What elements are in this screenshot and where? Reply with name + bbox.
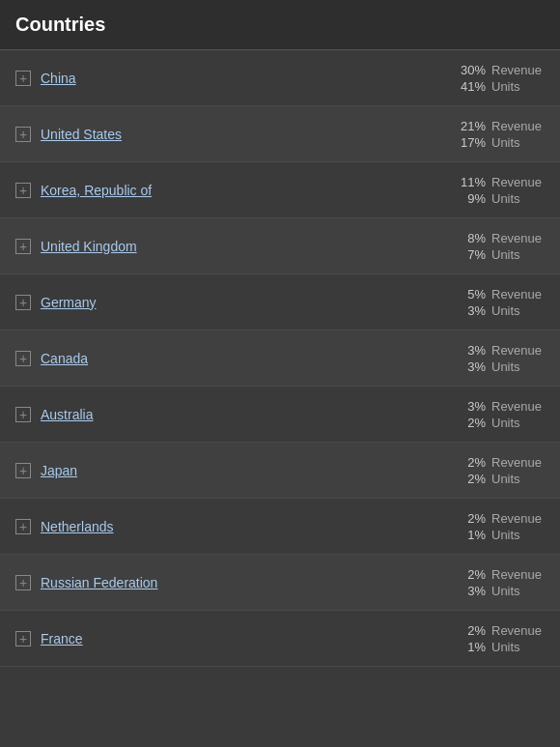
units-percent: 1% [451,528,486,542]
units-percent: 2% [451,472,486,486]
revenue-row: 2% Revenue [451,511,545,526]
units-row: 7% Units [451,247,545,262]
country-name[interactable]: France [41,631,451,646]
revenue-row: 3% Revenue [451,343,545,358]
revenue-row: 3% Revenue [451,399,545,414]
units-row: 3% Units [451,584,545,598]
units-percent: 7% [451,247,486,262]
units-row: 17% Units [451,135,545,150]
list-item: + Netherlands 2% Revenue 1% Units [0,499,560,555]
country-name[interactable]: Canada [41,351,451,366]
countries-panel: Countries + China 30% Revenue 41% Units … [0,0,560,667]
units-label: Units [491,416,545,430]
revenue-label: Revenue [491,567,545,582]
list-item: + Australia 3% Revenue 2% Units [0,387,560,443]
revenue-row: 5% Revenue [451,287,545,302]
units-label: Units [491,191,545,206]
country-name[interactable]: Netherlands [41,519,451,534]
country-list: + China 30% Revenue 41% Units + United S… [0,50,560,667]
list-item: + Russian Federation 2% Revenue 3% Units [0,555,560,611]
list-item: + Korea, Republic of 11% Revenue 9% Unit… [0,162,560,218]
revenue-percent: 11% [451,175,486,189]
revenue-row: 30% Revenue [451,63,545,77]
revenue-percent: 5% [451,287,486,302]
list-item: + China 30% Revenue 41% Units [0,50,560,106]
country-stats: 8% Revenue 7% Units [451,231,545,262]
units-label: Units [491,247,545,262]
country-stats: 2% Revenue 1% Units [451,511,545,542]
country-name[interactable]: China [41,71,451,86]
units-label: Units [491,79,545,94]
units-label: Units [491,528,545,542]
list-item: + Canada 3% Revenue 3% Units [0,330,560,387]
units-label: Units [491,303,545,318]
list-item: + United Kingdom 8% Revenue 7% Units [0,218,560,274]
revenue-row: 2% Revenue [451,623,545,638]
country-stats: 3% Revenue 3% Units [451,343,545,374]
revenue-label: Revenue [491,511,545,526]
revenue-percent: 2% [451,455,486,470]
revenue-label: Revenue [491,455,545,470]
country-name[interactable]: United States [41,127,451,142]
expand-icon[interactable]: + [15,463,31,478]
expand-icon[interactable]: + [15,239,31,254]
revenue-percent: 8% [451,231,486,245]
expand-icon[interactable]: + [15,407,31,422]
country-name[interactable]: Australia [41,407,451,422]
country-stats: 2% Revenue 1% Units [451,623,545,654]
revenue-label: Revenue [491,119,545,133]
panel-title: Countries [15,14,545,36]
revenue-percent: 3% [451,343,486,358]
country-stats: 5% Revenue 3% Units [451,287,545,318]
expand-icon[interactable]: + [15,519,31,534]
country-stats: 11% Revenue 9% Units [451,175,545,206]
revenue-label: Revenue [491,399,545,414]
units-percent: 1% [451,640,486,654]
expand-icon[interactable]: + [15,183,31,198]
units-row: 9% Units [451,191,545,206]
revenue-label: Revenue [491,623,545,638]
units-label: Units [491,472,545,486]
revenue-row: 8% Revenue [451,231,545,245]
country-stats: 3% Revenue 2% Units [451,399,545,430]
expand-icon[interactable]: + [15,575,31,590]
units-row: 41% Units [451,79,545,94]
expand-icon[interactable]: + [15,631,31,646]
units-row: 1% Units [451,640,545,654]
units-label: Units [491,640,545,654]
expand-icon[interactable]: + [15,351,31,366]
list-item: + Japan 2% Revenue 2% Units [0,443,560,499]
units-percent: 3% [451,584,486,598]
list-item: + United States 21% Revenue 17% Units [0,106,560,162]
units-percent: 9% [451,191,486,206]
country-name[interactable]: Germany [41,295,451,310]
country-name[interactable]: Japan [41,463,451,478]
country-stats: 2% Revenue 3% Units [451,567,545,598]
units-row: 1% Units [451,528,545,542]
units-label: Units [491,584,545,598]
revenue-percent: 2% [451,511,486,526]
revenue-row: 21% Revenue [451,119,545,133]
country-stats: 30% Revenue 41% Units [451,63,545,94]
revenue-label: Revenue [491,287,545,302]
panel-header: Countries [0,0,560,50]
country-name[interactable]: Korea, Republic of [41,183,451,198]
revenue-percent: 2% [451,567,486,582]
revenue-label: Revenue [491,175,545,189]
units-label: Units [491,359,545,374]
units-row: 2% Units [451,472,545,486]
expand-icon[interactable]: + [15,295,31,310]
revenue-label: Revenue [491,231,545,245]
revenue-label: Revenue [491,63,545,77]
units-percent: 2% [451,416,486,430]
list-item: + France 2% Revenue 1% Units [0,611,560,667]
country-name[interactable]: United Kingdom [41,239,451,254]
revenue-percent: 21% [451,119,486,133]
expand-icon[interactable]: + [15,127,31,142]
units-percent: 3% [451,359,486,374]
country-name[interactable]: Russian Federation [41,575,451,590]
revenue-row: 2% Revenue [451,567,545,582]
units-percent: 41% [451,79,486,94]
units-percent: 3% [451,303,486,318]
expand-icon[interactable]: + [15,71,31,86]
